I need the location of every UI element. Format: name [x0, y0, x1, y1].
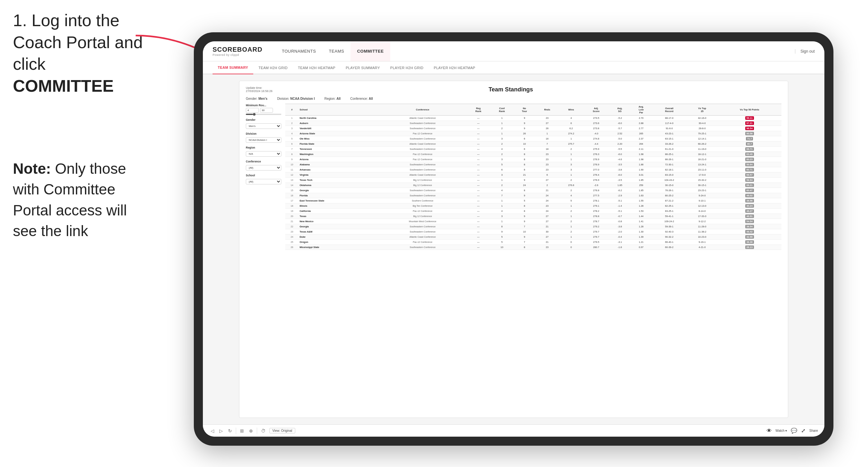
cell-conf-rank: 1 — [490, 116, 514, 121]
cell-rnds: 24 — [535, 198, 559, 204]
cell-rank: 2 — [285, 121, 299, 126]
cell-vs-top50: 68.21 — [717, 183, 781, 188]
toolbar-share-icon[interactable]: ⊕ — [248, 428, 254, 434]
cell-no-tour: 10 — [514, 142, 535, 147]
toolbar-share-btn[interactable]: Share — [809, 429, 818, 432]
max-input[interactable] — [260, 108, 273, 113]
subnav-team-h2h-heatmap[interactable]: TEAM H2H HEATMAP — [293, 61, 340, 74]
cell-no-tour: 26 — [514, 131, 535, 136]
cell-vs-top50: 68.57 — [717, 173, 781, 178]
note-section: Note: Only those with Committee Portal a… — [13, 158, 136, 242]
cell-reg-rank: — — [466, 240, 490, 245]
cell-vs-top50: 42.98 — [717, 235, 781, 240]
col-avg-low: Avg.LowPar — [630, 104, 652, 116]
cell-conf: Atlantic Coast Conference — [379, 142, 466, 147]
cell-rank: 26 — [285, 245, 299, 250]
subnav-player-summary[interactable]: PLAYER SUMMARY — [340, 61, 385, 74]
subnav-player-h2h-heatmap[interactable]: PLAYER H2H HEATMAP — [429, 61, 480, 74]
cell-vs-top25: 16-21-0 — [687, 157, 718, 162]
region-filter-display: Region: All — [324, 97, 340, 100]
cell-avg-sg: 1.85 — [609, 183, 630, 188]
score-badge: 71.7 — [746, 137, 753, 141]
toolbar-back-btn[interactable]: ◁ — [209, 428, 215, 434]
subnav-team-summary[interactable]: TEAM SUMMARY — [213, 61, 253, 74]
cell-overall: 82-18-1 — [652, 167, 687, 173]
toolbar-view-btn[interactable]: View: Original — [270, 428, 295, 433]
logo-sub: Powered by clippd — [213, 53, 262, 57]
cell-adj-score: -2.6 — [583, 183, 609, 188]
cell-conf-rank: 7 — [490, 193, 514, 198]
toolbar-expand-icon[interactable]: ⤢ — [801, 428, 805, 434]
nav-tournaments[interactable]: TOURNAMENTS — [275, 41, 322, 61]
table-row: 5 Ole Miss Southeastern Conference — 3 6… — [285, 136, 781, 142]
cell-reg-rank: — — [466, 157, 490, 162]
cell-school: Washington — [299, 152, 379, 157]
slider-thumb[interactable] — [253, 113, 255, 116]
cell-vs-top50: 48.42 — [717, 229, 781, 235]
cell-vs-top50: 68.71 — [717, 147, 781, 152]
gender-select[interactable]: Men's — [246, 123, 281, 129]
cell-overall: 43-23-1 — [652, 131, 687, 136]
subnav-player-h2h-grid[interactable]: PLAYER H2H GRID — [385, 61, 429, 74]
toolbar-watch-btn[interactable]: Watch ▾ — [776, 429, 787, 432]
cell-avg-low: 1.30 — [630, 229, 652, 235]
cell-rnds: 24 — [535, 193, 559, 198]
cell-rank: 10 — [285, 162, 299, 167]
toolbar-clock-btn[interactable]: ⏱ — [260, 428, 267, 434]
toolbar-bookmark-btn[interactable]: ⊞ — [239, 428, 245, 434]
division-select[interactable]: NCAA Division I — [246, 137, 281, 143]
cell-rank: 19 — [285, 209, 299, 214]
nav-teams[interactable]: TEAMS — [322, 41, 350, 61]
table-row: 4 Arizona State Pac-12 Conference — 1 26… — [285, 131, 781, 136]
cell-adj-score: 277.0 — [583, 167, 609, 173]
school-select[interactable]: (All) — [246, 179, 281, 184]
toolbar-refresh-btn[interactable]: ↻ — [227, 428, 233, 434]
cell-avg-low: 1.98 — [630, 152, 652, 157]
cell-vs-top25: 9-12-2 — [687, 219, 718, 224]
region-select[interactable]: N/A — [246, 151, 281, 157]
cell-rnds: 23 — [535, 162, 559, 167]
sign-out-link[interactable]: Sign out — [795, 49, 815, 54]
table-row: 23 Texas A&M Southeastern Conference — 9… — [285, 229, 781, 235]
cell-school: East Tennessee State — [299, 198, 379, 204]
conference-select[interactable]: (All) — [246, 165, 281, 170]
cell-no-tour: 7 — [514, 224, 535, 229]
cell-no-tour: 8 — [514, 152, 535, 157]
cell-reg-rank: — — [466, 121, 490, 126]
cell-school: Vanderbilt — [299, 126, 379, 131]
school-label: School — [246, 174, 281, 177]
cell-rank: 16 — [285, 193, 299, 198]
cell-vs-top50: 63.49 — [717, 152, 781, 157]
step-text: 1. Log into the Coach Portal and click C… — [13, 10, 149, 97]
toolbar-forward-btn[interactable]: ▷ — [218, 428, 224, 434]
cell-conf-rank: 2 — [490, 142, 514, 147]
min-input[interactable] — [246, 108, 259, 113]
nav-committee[interactable]: COMMITTEE — [350, 41, 390, 61]
cell-conf: Big 12 Conference — [379, 178, 466, 183]
cell-rank: 14 — [285, 183, 299, 188]
cell-avg-low: 1.28 — [630, 224, 652, 229]
cell-conf-rank: 1 — [490, 204, 514, 209]
cell-wins: 0 — [559, 245, 583, 250]
table-row: 12 Virginia Atlantic Coast Conference — … — [285, 173, 781, 178]
cell-conf: Mountain West Conference — [379, 219, 466, 224]
score-badge: 96.54 — [745, 127, 754, 130]
cell-vs-top25: 42-16-0 — [687, 116, 718, 121]
cell-vs-top50: 96.54 — [717, 126, 781, 131]
cell-vs-top50: 40.24 — [717, 204, 781, 209]
cell-school: Arizona State — [299, 131, 379, 136]
subnav-team-h2h-grid[interactable]: TEAM H2H GRID — [253, 61, 293, 74]
cell-wins: 4 — [559, 193, 583, 198]
cell-wins: 6 — [559, 121, 583, 126]
cell-no-tour: 21 — [514, 173, 535, 178]
bottom-toolbar: ◁ ▷ ↻ ⊞ ⊕ ⏱ View: Original 👁 Watch ▾ 💬 ⤢… — [203, 424, 825, 437]
cell-overall: 92-40-3 — [652, 229, 687, 235]
cell-wins: 276.6 — [559, 183, 583, 188]
cell-avg-sg: -6.0 — [609, 121, 630, 126]
cell-rnds: 27 — [535, 178, 559, 183]
slider-track[interactable] — [246, 114, 281, 115]
cell-rnds: 27 — [535, 219, 559, 224]
cell-rank: 22 — [285, 224, 299, 229]
cell-overall: 72-30-1 — [652, 162, 687, 167]
cell-avg-sg: -5.2 — [609, 116, 630, 121]
